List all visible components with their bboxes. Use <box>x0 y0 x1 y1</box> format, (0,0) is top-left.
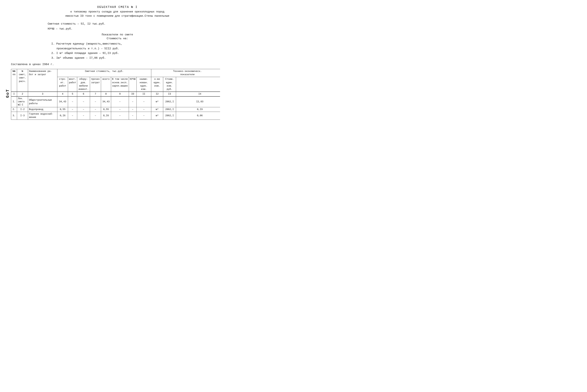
colnum-1: I <box>11 92 17 96</box>
col-header-name: Наименование ра-бот и затрат <box>28 69 58 92</box>
row2-zapl: – <box>129 107 136 112</box>
row2-name: Водопровод <box>28 107 58 112</box>
colnum-8: 8 <box>101 92 111 96</box>
composed-line: Составлена в ценах I984 г. <box>11 63 220 66</box>
cost-section: Сметная стоимость – 5I, I2 тыс.руб. НУЧШ… <box>48 22 220 31</box>
row1-stroit: 34,43 <box>58 96 68 107</box>
row1-num: I. <box>11 96 17 107</box>
document-header: ОБЪЕКТНАЯ СМЕТА № I к типовому проекту с… <box>11 6 220 18</box>
row3-osnov: – <box>111 112 129 120</box>
row1-vsego: 34,43 <box>101 96 111 107</box>
row2-osnov: – <box>111 107 129 112</box>
indicator1: I. Расчетную единицу (мощность,вместимос… <box>51 42 220 46</box>
cost-line: Сметная стоимость – 5I, I2 тыс.руб. <box>48 22 220 26</box>
col-subhead-nuch: НУЧШ <box>129 77 136 92</box>
col-header-smetnaya: Сметная стоимость, тыс.руб. <box>58 69 151 77</box>
colnum-7: 7 <box>90 92 101 96</box>
main-title: ОБЪЕКТНАЯ СМЕТА № I <box>11 6 220 9</box>
nuch-line: НУЧШ – тыс.руб. <box>48 26 220 31</box>
col-subhead-mont: монт.работ <box>68 77 77 92</box>
col-subhead-proch: прочихзатрат <box>90 77 101 92</box>
row3-mont: – <box>68 112 77 120</box>
indicator3: 3. Iм³ объема здания – I7,86 руб. <box>51 56 220 60</box>
row1-mont: – <box>68 96 77 107</box>
row2-proch: – <box>90 107 101 112</box>
nuch-label: НУЧШ – <box>48 27 58 30</box>
row3-proch: – <box>90 112 101 120</box>
row1-name: Общестроительныеработы <box>28 96 58 107</box>
row1-osnov: – <box>111 96 129 107</box>
col-subhead-vsego: всего <box>101 77 111 92</box>
row2-kvo: 2862,I <box>163 107 176 112</box>
table-row: 3. I-3 Горячее водоснаб-жение 0,I6 – – –… <box>11 112 220 120</box>
row2-mont: – <box>68 107 77 112</box>
row2-stoim: 0,I9 <box>176 107 220 112</box>
row2-smeta: I-2 <box>17 107 28 112</box>
col-header-techno: Технико-экономическ.показатели <box>151 69 220 77</box>
col-subhead-stroit: стро-ит.работ <box>58 77 68 92</box>
main-table: №№пп №смет,смет.расч. Наименование ра-бо… <box>11 69 220 120</box>
row1-proch: – <box>90 96 101 107</box>
colnum-6: 6 <box>77 92 90 96</box>
table-row: 2. I-2 Водопровод 0,55 – – – 0,55 – – – … <box>11 107 220 112</box>
page-container: ТП 4II-I-I22.85 (ПЗ) ↓ 4 GoT ОБЪЕКТНАЯ С… <box>11 6 220 120</box>
col-subhead-stoim: Стоим.един.изм.руб. <box>163 77 176 92</box>
row3-stroit: 0,I6 <box>58 112 68 120</box>
col-subhead-naim: наиме-нован.един.изм. <box>136 77 151 92</box>
colnum-10: IO <box>129 92 136 96</box>
colnum-12: I2 <box>151 92 163 96</box>
col-subhead-oboru: обору-дов.мебелиинвент. <box>77 77 90 92</box>
indicators-list: I. Расчетную единицу (мощность,вместимос… <box>51 42 220 60</box>
col-header-smeta: №смет,смет.расч. <box>17 69 28 92</box>
cost-for-title: Стоимость на: <box>11 37 220 40</box>
colnum-3: 3 <box>28 92 58 96</box>
colnum-9: 9 <box>111 92 129 96</box>
colnum-2: 2 <box>17 92 28 96</box>
row2-nuch: – <box>136 107 151 112</box>
indicators-title: Показатели по смете <box>11 33 220 36</box>
indicators-section: Показатели по смете Стоимость на: <box>11 33 220 40</box>
colnum-5: 5 <box>68 92 77 96</box>
table-row: I. Лок.смета№I-I Общестроительныеработы … <box>11 96 220 107</box>
row3-stoim: 0,06 <box>176 112 220 120</box>
row3-nuch: – <box>136 112 151 120</box>
got-label: GoT <box>6 89 10 98</box>
row2-oboru: – <box>77 107 90 112</box>
row2-naim: м³ <box>151 107 163 112</box>
row3-oboru: – <box>77 112 90 120</box>
indicator2: 2. I м² общей площади здания – 9I,I3 руб… <box>51 51 220 56</box>
row3-naim: м³ <box>151 112 163 120</box>
row3-num: 3. <box>11 112 17 120</box>
col-subhead-osnov: В том числеоснов.эксп.зарпл.машин <box>111 77 129 92</box>
row3-smeta: I-3 <box>17 112 28 120</box>
row2-vsego: 0,55 <box>101 107 111 112</box>
cost-value: 5I, I2 тыс.руб. <box>81 22 106 26</box>
colnum-4: 4 <box>58 92 68 96</box>
cost-label: Сметная стоимость – <box>48 22 79 26</box>
row1-kvo: 2862,I <box>163 96 176 107</box>
col-header-num: №№пп <box>11 69 17 92</box>
colnum-13: I3 <box>163 92 176 96</box>
colnum-14: I4 <box>176 92 220 96</box>
row2-stroit: 0,55 <box>58 107 68 112</box>
row3-kvo: 2862,I <box>163 112 176 120</box>
row1-naim: м³ <box>151 96 163 107</box>
colnum-11: II <box>136 92 151 96</box>
row1-zapl: – <box>129 96 136 107</box>
row3-vsego: 0,I6 <box>101 112 111 120</box>
col-subhead-kvo: к-воедин.изм. <box>151 77 163 92</box>
row3-name: Горячее водоснаб-жение <box>28 112 58 120</box>
row1-oboru: – <box>77 96 90 107</box>
indicator1b: производительность и т.п.) – 5II2 руб. <box>56 46 220 51</box>
table-col-numbers: I 2 3 4 5 6 7 8 9 IO II I2 I3 I4 <box>11 92 220 96</box>
row3-zapl: – <box>129 112 136 120</box>
table-header-row1: №№пп №смет,смет.расч. Наименование ра-бо… <box>11 69 220 77</box>
subtitle-line1: к типовому проекту склада для хранения о… <box>11 10 220 14</box>
subtitle-line2: емкостью IO тонн с помещением для страти… <box>11 14 220 18</box>
row1-stoim: I2,03 <box>176 96 220 107</box>
row1-smeta: Лок.смета№I-I <box>17 96 28 107</box>
row2-num: 2. <box>11 107 17 112</box>
row1-nuch: – <box>136 96 151 107</box>
nuch-value: тыс.руб. <box>59 27 72 30</box>
